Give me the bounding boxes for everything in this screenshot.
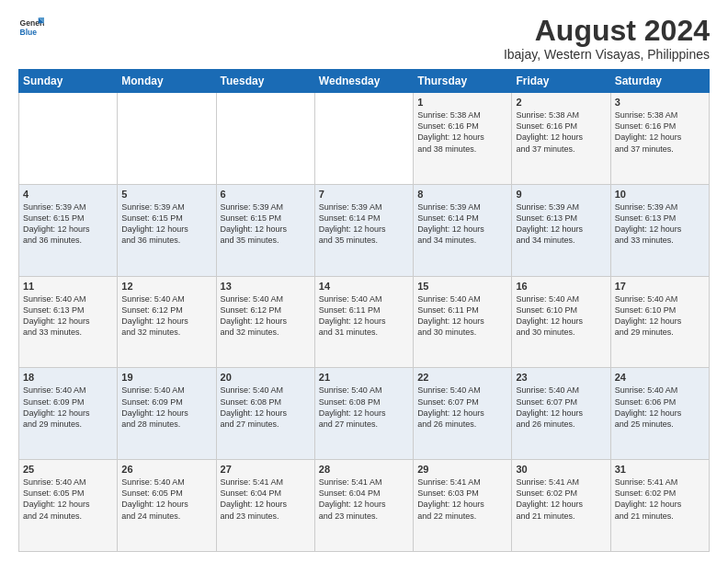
day-of-week-header: Monday [118, 70, 216, 93]
day-number: 16 [516, 281, 606, 292]
day-number: 1 [417, 97, 507, 108]
calendar-cell: 13Sunrise: 5:40 AM Sunset: 6:12 PM Dayli… [216, 276, 314, 368]
day-info: Sunrise: 5:39 AM Sunset: 6:13 PM Dayligh… [516, 201, 606, 247]
calendar-week-row: 25Sunrise: 5:40 AM Sunset: 6:05 PM Dayli… [19, 460, 710, 552]
day-number: 6 [221, 189, 311, 200]
day-info: Sunrise: 5:40 AM Sunset: 6:07 PM Dayligh… [417, 385, 507, 430]
day-info: Sunrise: 5:40 AM Sunset: 6:10 PM Dayligh… [516, 293, 606, 339]
day-number: 10 [615, 189, 705, 200]
calendar-cell: 2Sunrise: 5:38 AM Sunset: 6:16 PM Daylig… [512, 93, 610, 185]
day-info: Sunrise: 5:41 AM Sunset: 6:03 PM Dayligh… [417, 477, 507, 522]
day-number: 5 [121, 189, 211, 200]
calendar-cell: 9Sunrise: 5:39 AM Sunset: 6:13 PM Daylig… [512, 184, 610, 276]
calendar-cell: 22Sunrise: 5:40 AM Sunset: 6:07 PM Dayli… [414, 368, 512, 460]
calendar-cell: 4Sunrise: 5:39 AM Sunset: 6:15 PM Daylig… [19, 184, 118, 276]
day-info: Sunrise: 5:39 AM Sunset: 6:14 PM Dayligh… [319, 201, 409, 247]
day-number: 26 [121, 464, 211, 475]
day-info: Sunrise: 5:38 AM Sunset: 6:16 PM Dayligh… [615, 109, 705, 155]
day-info: Sunrise: 5:41 AM Sunset: 6:04 PM Dayligh… [319, 477, 409, 522]
day-info: Sunrise: 5:38 AM Sunset: 6:16 PM Dayligh… [516, 109, 606, 155]
calendar-cell [118, 93, 216, 185]
calendar-cell: 12Sunrise: 5:40 AM Sunset: 6:12 PM Dayli… [118, 276, 216, 368]
day-number: 7 [319, 189, 409, 200]
calendar-cell: 17Sunrise: 5:40 AM Sunset: 6:10 PM Dayli… [610, 276, 709, 368]
day-info: Sunrise: 5:39 AM Sunset: 6:15 PM Dayligh… [23, 201, 113, 247]
day-number: 14 [319, 281, 409, 292]
day-of-week-header: Thursday [414, 70, 512, 93]
logo-icon: General Blue [18, 15, 44, 40]
day-info: Sunrise: 5:40 AM Sunset: 6:08 PM Dayligh… [319, 385, 409, 430]
day-info: Sunrise: 5:40 AM Sunset: 6:10 PM Dayligh… [615, 293, 705, 339]
day-number: 30 [516, 464, 606, 475]
day-number: 23 [516, 372, 606, 383]
calendar-body: 1Sunrise: 5:38 AM Sunset: 6:16 PM Daylig… [19, 93, 710, 552]
day-number: 27 [221, 464, 311, 475]
calendar-cell [19, 93, 118, 185]
calendar-cell: 31Sunrise: 5:41 AM Sunset: 6:02 PM Dayli… [610, 460, 709, 552]
calendar-cell: 24Sunrise: 5:40 AM Sunset: 6:06 PM Dayli… [610, 368, 709, 460]
day-number: 13 [221, 281, 311, 292]
day-number: 18 [23, 372, 113, 383]
calendar-cell: 11Sunrise: 5:40 AM Sunset: 6:13 PM Dayli… [19, 276, 118, 368]
calendar-cell: 18Sunrise: 5:40 AM Sunset: 6:09 PM Dayli… [19, 368, 118, 460]
calendar-week-row: 1Sunrise: 5:38 AM Sunset: 6:16 PM Daylig… [19, 93, 710, 185]
day-info: Sunrise: 5:38 AM Sunset: 6:16 PM Dayligh… [417, 109, 507, 155]
day-info: Sunrise: 5:40 AM Sunset: 6:07 PM Dayligh… [516, 385, 606, 430]
day-info: Sunrise: 5:40 AM Sunset: 6:12 PM Dayligh… [221, 293, 311, 339]
day-info: Sunrise: 5:40 AM Sunset: 6:11 PM Dayligh… [319, 293, 409, 339]
calendar-cell: 6Sunrise: 5:39 AM Sunset: 6:15 PM Daylig… [216, 184, 314, 276]
subtitle: Ibajay, Western Visayas, Philippines [504, 47, 710, 62]
calendar-cell: 19Sunrise: 5:40 AM Sunset: 6:09 PM Dayli… [118, 368, 216, 460]
day-number: 25 [23, 464, 113, 475]
day-number: 11 [23, 281, 113, 292]
day-info: Sunrise: 5:40 AM Sunset: 6:12 PM Dayligh… [121, 293, 211, 339]
calendar-cell: 29Sunrise: 5:41 AM Sunset: 6:03 PM Dayli… [414, 460, 512, 552]
day-of-week-header: Tuesday [216, 70, 314, 93]
day-number: 17 [615, 281, 705, 292]
logo: General Blue [18, 15, 44, 40]
calendar-cell: 15Sunrise: 5:40 AM Sunset: 6:11 PM Dayli… [414, 276, 512, 368]
svg-text:Blue: Blue [20, 28, 38, 37]
calendar-week-row: 4Sunrise: 5:39 AM Sunset: 6:15 PM Daylig… [19, 184, 710, 276]
calendar-cell: 8Sunrise: 5:39 AM Sunset: 6:14 PM Daylig… [414, 184, 512, 276]
calendar-week-row: 11Sunrise: 5:40 AM Sunset: 6:13 PM Dayli… [19, 276, 710, 368]
title-block: August 2024 Ibajay, Western Visayas, Phi… [504, 15, 710, 62]
calendar-cell: 26Sunrise: 5:40 AM Sunset: 6:05 PM Dayli… [118, 460, 216, 552]
day-info: Sunrise: 5:41 AM Sunset: 6:02 PM Dayligh… [516, 477, 606, 522]
day-number: 24 [615, 372, 705, 383]
header: General Blue August 2024 Ibajay, Western… [18, 15, 710, 62]
day-number: 31 [615, 464, 705, 475]
calendar-cell: 16Sunrise: 5:40 AM Sunset: 6:10 PM Dayli… [512, 276, 610, 368]
day-number: 8 [417, 189, 507, 200]
day-number: 4 [23, 189, 113, 200]
day-number: 20 [221, 372, 311, 383]
day-info: Sunrise: 5:40 AM Sunset: 6:11 PM Dayligh… [417, 293, 507, 339]
day-info: Sunrise: 5:40 AM Sunset: 6:06 PM Dayligh… [615, 385, 705, 430]
day-info: Sunrise: 5:39 AM Sunset: 6:14 PM Dayligh… [417, 201, 507, 247]
calendar-header-row: SundayMondayTuesdayWednesdayThursdayFrid… [19, 70, 710, 93]
calendar-cell: 5Sunrise: 5:39 AM Sunset: 6:15 PM Daylig… [118, 184, 216, 276]
day-info: Sunrise: 5:39 AM Sunset: 6:15 PM Dayligh… [121, 201, 211, 247]
calendar-cell: 10Sunrise: 5:39 AM Sunset: 6:13 PM Dayli… [610, 184, 709, 276]
day-info: Sunrise: 5:40 AM Sunset: 6:05 PM Dayligh… [121, 477, 211, 522]
day-info: Sunrise: 5:40 AM Sunset: 6:09 PM Dayligh… [23, 385, 113, 430]
calendar-cell [314, 93, 413, 185]
calendar-week-row: 18Sunrise: 5:40 AM Sunset: 6:09 PM Dayli… [19, 368, 710, 460]
calendar-table: SundayMondayTuesdayWednesdayThursdayFrid… [18, 69, 710, 552]
day-of-week-header: Friday [512, 70, 610, 93]
day-number: 28 [319, 464, 409, 475]
calendar-cell [216, 93, 314, 185]
day-info: Sunrise: 5:41 AM Sunset: 6:02 PM Dayligh… [615, 477, 705, 522]
day-of-week-header: Sunday [19, 70, 118, 93]
day-of-week-header: Wednesday [314, 70, 413, 93]
calendar-cell: 23Sunrise: 5:40 AM Sunset: 6:07 PM Dayli… [512, 368, 610, 460]
day-number: 22 [417, 372, 507, 383]
day-info: Sunrise: 5:40 AM Sunset: 6:09 PM Dayligh… [121, 385, 211, 430]
calendar-cell: 14Sunrise: 5:40 AM Sunset: 6:11 PM Dayli… [314, 276, 413, 368]
calendar-cell: 28Sunrise: 5:41 AM Sunset: 6:04 PM Dayli… [314, 460, 413, 552]
day-of-week-header: Saturday [610, 70, 709, 93]
day-info: Sunrise: 5:39 AM Sunset: 6:15 PM Dayligh… [221, 201, 311, 247]
calendar-cell: 7Sunrise: 5:39 AM Sunset: 6:14 PM Daylig… [314, 184, 413, 276]
day-number: 15 [417, 281, 507, 292]
calendar-cell: 27Sunrise: 5:41 AM Sunset: 6:04 PM Dayli… [216, 460, 314, 552]
